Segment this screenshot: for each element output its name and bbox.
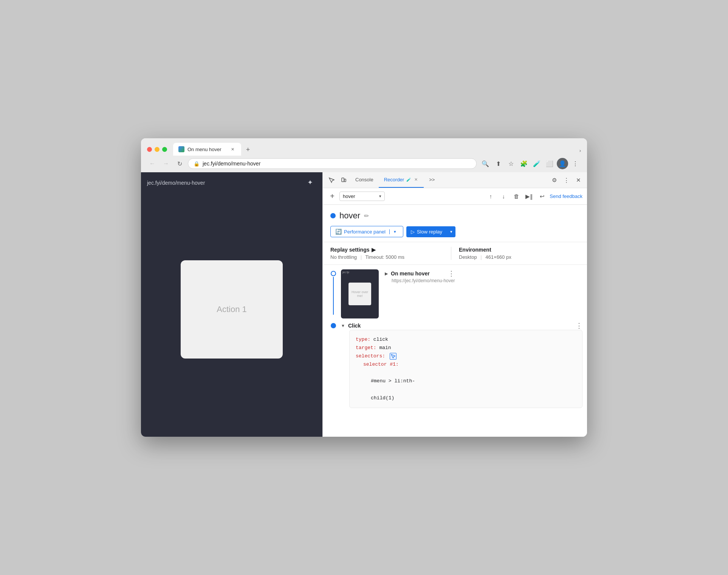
- devtools-settings-group: ⚙ ⋮ ✕: [548, 175, 584, 186]
- step2-circle: [331, 323, 336, 328]
- code-selector1-val2: child(1): [371, 395, 394, 401]
- element-picker-icon[interactable]: [326, 175, 337, 186]
- screenshot-container: jec.fyi Hover over me! ▶ On menu hover ⋮: [341, 269, 455, 318]
- performance-panel-chevron[interactable]: ▾: [389, 229, 398, 234]
- steps-area: jec.fyi Hover over me! ▶ On menu hover ⋮: [323, 265, 587, 437]
- browser-window: On menu hover ✕ + › ← → ↻ 🔒 jec.fyi/demo…: [141, 138, 587, 437]
- slow-replay-chevron[interactable]: ▾: [447, 227, 455, 237]
- step1-line: [333, 277, 334, 315]
- split-screen-icon[interactable]: ⬜: [544, 158, 555, 169]
- thumbnail-card: Hover over me!: [349, 283, 371, 305]
- replay-settings-title[interactable]: Replay settings ▶: [330, 247, 451, 253]
- profile-icon[interactable]: 👤: [557, 158, 568, 169]
- recording-name: hover: [343, 193, 377, 199]
- export-button[interactable]: ↑: [485, 191, 496, 202]
- code-selectors-key: selectors:: [356, 353, 385, 359]
- step2-expand-icon[interactable]: ▼: [341, 323, 345, 328]
- close-button[interactable]: [147, 147, 152, 152]
- tab-more[interactable]: >>: [424, 172, 440, 188]
- settings-icon[interactable]: ⚙: [548, 175, 560, 186]
- action-label: Action 1: [217, 305, 247, 314]
- code-type-key: type:: [356, 337, 370, 342]
- devtools-tabs: Console Recorder 🧪 ✕ >>: [350, 172, 548, 188]
- devtools-close-icon[interactable]: ✕: [573, 175, 584, 186]
- screenshot-thumbnail: jec.fyi Hover over me!: [341, 269, 379, 318]
- minimize-button[interactable]: [155, 147, 160, 152]
- recorder-toolbar: + hover ▾ ↑ ↓ 🗑 ▶‖ ↩ Send feedback: [323, 188, 587, 205]
- replay-settings-right: Environment Desktop | 461×660 px: [451, 247, 579, 260]
- webpage-panel: jec.fyi/demo/menu-hover ✦ Action 1: [141, 172, 322, 437]
- step1-name: On menu hover: [391, 270, 445, 277]
- tab-title: On menu hover: [187, 147, 226, 152]
- play-icon: ▷: [411, 229, 415, 235]
- devtools-toolbar: Console Recorder 🧪 ✕ >> ⚙ ⋮ ✕: [323, 172, 587, 188]
- tab-console[interactable]: Console: [350, 172, 379, 188]
- action-card: Action 1: [181, 260, 283, 359]
- edit-title-icon[interactable]: ✏: [364, 212, 369, 219]
- more-menu-icon[interactable]: ⋮: [570, 158, 581, 169]
- replay-settings-left: Replay settings ▶ No throttling | Timeou…: [330, 247, 451, 260]
- search-icon[interactable]: 🔍: [480, 158, 491, 169]
- back-button[interactable]: ←: [147, 158, 158, 169]
- tab-close-button[interactable]: ✕: [229, 146, 236, 153]
- thumbnail-url: jec.fyi: [342, 271, 349, 274]
- selectors-tool-icon[interactable]: [390, 353, 397, 360]
- svg-rect-0: [342, 178, 344, 182]
- replay-button[interactable]: ▶‖: [524, 191, 534, 202]
- step2-menu-icon[interactable]: ⋮: [576, 322, 582, 329]
- device-toolbar-icon[interactable]: [338, 175, 349, 186]
- forward-button[interactable]: →: [161, 158, 171, 169]
- step2-row: ▼ Click ⋮ type: click target: main: [329, 322, 582, 408]
- step1-url: https://jec.fyi/demo/menu-hover: [385, 278, 455, 283]
- send-feedback-link[interactable]: Send feedback: [550, 193, 582, 199]
- slow-replay-main[interactable]: ▷ Slow replay: [406, 226, 447, 237]
- slow-replay-button[interactable]: ▷ Slow replay ▾: [406, 226, 455, 237]
- url-bar[interactable]: 🔒 jec.fyi/demo/menu-hover: [188, 158, 477, 169]
- tab-list-chevron[interactable]: ›: [579, 148, 581, 153]
- code-selector1-key: selector #1:: [363, 362, 399, 367]
- step1-menu-icon[interactable]: ⋮: [448, 270, 455, 277]
- replay-settings: Replay settings ▶ No throttling | Timeou…: [323, 242, 587, 265]
- refresh-button[interactable]: ↻: [174, 158, 185, 169]
- performance-panel-button[interactable]: 🔄 Performance panel ▾: [330, 226, 403, 237]
- star-icon[interactable]: ☆: [505, 158, 517, 169]
- recorder-tab-close[interactable]: ✕: [413, 177, 418, 182]
- main-content: jec.fyi/demo/menu-hover ✦ Action 1: [141, 172, 587, 437]
- step1-circle: [331, 271, 336, 276]
- devtools-more-icon[interactable]: ⋮: [561, 175, 572, 186]
- step1-content: ▶ On menu hover ⋮ https://jec.fyi/demo/m…: [385, 269, 455, 318]
- address-bar: ← → ↻ 🔒 jec.fyi/demo/menu-hover 🔍 ⬆ ☆ 🧩 …: [141, 156, 587, 172]
- recording-title: hover: [339, 211, 360, 221]
- devtools-panel: Console Recorder 🧪 ✕ >> ⚙ ⋮ ✕: [322, 172, 587, 437]
- recording-actions: 🔄 Performance panel ▾ ▷ Slow replay ▾: [330, 226, 579, 237]
- webpage-header: jec.fyi/demo/menu-hover ✦: [147, 178, 316, 187]
- code-target-key: target:: [356, 345, 376, 351]
- recording-status-dot: [330, 213, 336, 218]
- tab-recorder[interactable]: Recorder 🧪 ✕: [379, 172, 424, 188]
- delete-button[interactable]: 🗑: [511, 191, 522, 202]
- step2-name: Click: [348, 323, 573, 329]
- step1-header: ▶ On menu hover ⋮: [385, 269, 455, 278]
- thumbnail-inner: jec.fyi Hover over me!: [341, 269, 379, 318]
- maximize-button[interactable]: [162, 147, 167, 152]
- undo-button[interactable]: ↩: [537, 191, 547, 202]
- add-recording-button[interactable]: +: [327, 192, 337, 201]
- performance-panel-label: Performance panel: [344, 229, 386, 235]
- extensions-icon[interactable]: 🧩: [518, 158, 530, 169]
- flask-icon[interactable]: 🧪: [531, 158, 542, 169]
- browser-tab[interactable]: On menu hover ✕: [173, 143, 241, 156]
- tab-favicon: [178, 146, 184, 152]
- theme-toggle-icon[interactable]: ✦: [307, 178, 316, 187]
- step2-content: ▼ Click ⋮ type: click target: main: [341, 322, 582, 408]
- recording-select[interactable]: hover ▾: [339, 192, 385, 201]
- new-tab-button[interactable]: +: [243, 144, 253, 155]
- site-name: jec.fyi/demo/menu-hover: [147, 180, 205, 186]
- share-icon[interactable]: ⬆: [493, 158, 504, 169]
- import-button[interactable]: ↓: [498, 191, 509, 202]
- replay-settings-detail: No throttling | Timeout: 5000 ms: [330, 254, 451, 260]
- step2-header: ▼ Click ⋮: [341, 322, 582, 330]
- code-selector1-val: #menu > li:nth-: [371, 378, 415, 384]
- step1-expand-icon[interactable]: ▶: [385, 271, 388, 276]
- environment-detail: Desktop | 461×660 px: [459, 254, 579, 260]
- recording-select-chevron: ▾: [379, 194, 381, 199]
